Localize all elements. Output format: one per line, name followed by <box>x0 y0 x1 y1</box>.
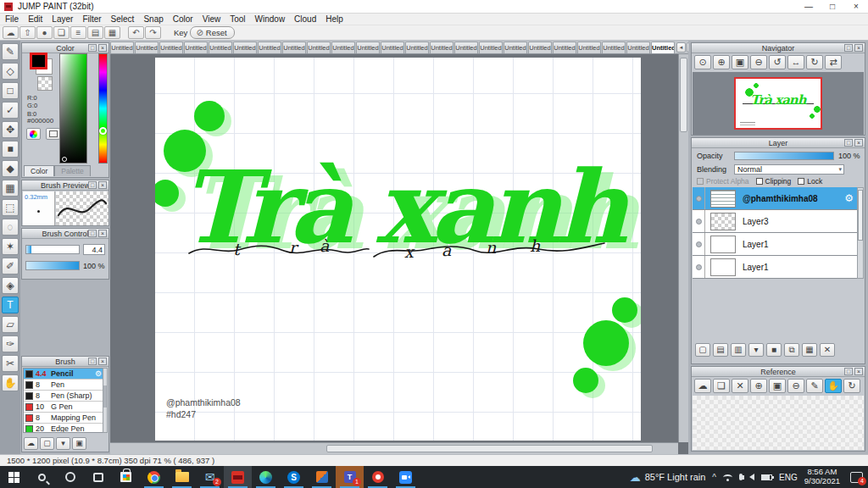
bucket-tool[interactable]: ◆ <box>2 160 19 177</box>
visibility-cell[interactable] <box>693 187 705 209</box>
balloon-icon[interactable]: ● <box>36 26 53 39</box>
taskbar-file-explorer[interactable] <box>168 466 196 488</box>
hand-tool[interactable]: ✋ <box>2 374 19 391</box>
lock-checkbox[interactable]: Lock <box>798 177 829 186</box>
vertical-scrollbar[interactable] <box>678 54 688 442</box>
layer-folder-icon[interactable]: ■ <box>766 343 782 357</box>
delete-layer-icon[interactable]: ✕ <box>820 343 835 357</box>
taskbar-meet[interactable] <box>364 466 392 488</box>
navigator-thumbnail[interactable]: Trà xanh <box>734 77 822 130</box>
open-folder-icon[interactable]: ❏ <box>713 379 730 393</box>
taskbar-search[interactable] <box>28 466 56 488</box>
layer-row[interactable]: Layer1 <box>693 233 859 256</box>
taskbar-skype[interactable]: S <box>280 466 308 488</box>
close-icon[interactable]: × <box>98 181 107 189</box>
brush-settings-icon[interactable]: ⚙ <box>95 369 102 378</box>
brush-size-value[interactable]: 4.4 <box>83 244 105 255</box>
brush-size-slider[interactable] <box>25 245 80 254</box>
menu-file[interactable]: File <box>5 14 19 24</box>
navigator-view[interactable]: Trà xanh <box>693 72 864 135</box>
fit-screen-icon[interactable]: ▣ <box>769 379 786 393</box>
zoom-in-icon[interactable]: ⊕ <box>750 379 767 393</box>
brush-item-pencil[interactable]: 4.4 Pencil ⚙ <box>24 369 103 380</box>
menu-help[interactable]: Help <box>326 14 343 24</box>
brush-list-scrollbar[interactable] <box>103 368 108 433</box>
key-label[interactable]: Key <box>174 28 187 37</box>
magic-wand-tool[interactable]: ✶ <box>2 238 19 255</box>
comment-icon[interactable]: ❏ <box>53 26 70 39</box>
notification-center-icon[interactable]: 4 <box>850 472 863 483</box>
document-tab[interactable]: Untitled <box>381 42 404 53</box>
document-tab[interactable]: Untitled <box>405 42 429 53</box>
document-tab[interactable]: Untitled <box>479 42 503 53</box>
new-brush-icon[interactable]: ▢ <box>40 437 54 450</box>
shape-brush-tool[interactable]: □ <box>2 82 19 99</box>
fit-screen-icon[interactable]: ▣ <box>732 55 748 69</box>
menu-color[interactable]: Color <box>173 14 193 24</box>
document-tab[interactable]: Untitled <box>110 42 134 53</box>
menu-tool[interactable]: Tool <box>230 14 245 24</box>
taskbar-zoom-app[interactable] <box>392 466 420 488</box>
taskbar-cortana[interactable] <box>56 466 84 488</box>
blending-select[interactable]: Normal ▾ <box>734 164 844 175</box>
rotate-ccw-icon[interactable]: ↺ <box>769 55 786 69</box>
visibility-cell[interactable] <box>693 233 705 255</box>
taskbar-task-view[interactable] <box>84 466 112 488</box>
reference-content[interactable] <box>693 396 864 450</box>
brush-item-edge-pen[interactable]: 20 Edge Pen <box>24 424 103 433</box>
redo-button[interactable]: ↷ <box>145 26 161 39</box>
add-layer-icon[interactable]: ▢ <box>695 343 710 357</box>
close-ref-icon[interactable]: ✕ <box>732 379 748 393</box>
menu-snap[interactable]: Snap <box>143 14 163 24</box>
clipping-checkbox[interactable]: Clipping <box>756 177 798 186</box>
popout-icon[interactable]: □ <box>88 230 97 237</box>
zoom-tool-icon[interactable]: ⊙ <box>694 55 711 69</box>
canvas-viewport[interactable]: Trà xanh t r à x a n h @phamthikimha08 #… <box>110 54 678 442</box>
select-eraser-tool[interactable]: ◈ <box>2 277 19 294</box>
menu-filter[interactable]: Filter <box>82 14 101 24</box>
document-tab[interactable]: Untitled <box>504 42 527 53</box>
brush-item-pen[interactable]: 8 Pen <box>24 380 103 391</box>
brush-script-icon[interactable]: ▣ <box>72 437 86 450</box>
close-icon[interactable]: × <box>854 368 863 375</box>
close-icon[interactable]: × <box>98 358 107 365</box>
brush-item-g-pen[interactable]: 10 G Pen <box>24 402 103 413</box>
undo-button[interactable]: ↶ <box>128 26 144 39</box>
popout-icon[interactable]: □ <box>88 358 97 365</box>
zoom-out-icon[interactable]: ⊖ <box>787 379 804 393</box>
merge-layer-icon[interactable]: ▦ <box>802 343 817 357</box>
layer-settings-icon[interactable]: ⚙ <box>844 192 854 204</box>
wifi-icon[interactable] <box>723 474 732 480</box>
document-tab[interactable]: Untitled <box>528 42 552 53</box>
menu-cloud[interactable]: Cloud <box>294 14 316 24</box>
close-button[interactable]: × <box>844 0 868 14</box>
popout-icon[interactable]: □ <box>844 44 853 52</box>
close-icon[interactable]: × <box>854 44 863 52</box>
taskbar-jump-paint[interactable] <box>224 466 252 488</box>
hue-slider[interactable] <box>98 53 108 164</box>
document-tab[interactable]: Untitled <box>651 42 675 53</box>
document-icon[interactable]: ≡ <box>70 26 86 39</box>
document-tab[interactable]: Untitled <box>209 42 232 53</box>
maximize-button[interactable]: □ <box>821 0 844 14</box>
save-brush-icon[interactable]: ▾ <box>56 437 70 450</box>
transparent-swatch[interactable] <box>37 76 53 91</box>
duplicate-layer-icon[interactable]: ⧉ <box>784 343 799 357</box>
battery-icon[interactable] <box>761 474 772 480</box>
minimize-button[interactable]: — <box>797 0 821 14</box>
screen-color-button[interactable] <box>46 128 60 140</box>
select-rect-tool[interactable]: ⬚ <box>2 199 19 216</box>
cloud-download-icon[interactable]: ☁ <box>24 437 38 450</box>
add-1bit-layer-icon[interactable]: ▥ <box>731 343 746 357</box>
document-tab[interactable]: Untitled <box>135 42 159 53</box>
reset-view-icon[interactable]: ↔ <box>787 55 804 69</box>
saturation-value-picker[interactable] <box>59 53 87 164</box>
visibility-cell[interactable] <box>693 256 705 278</box>
menu-view[interactable]: View <box>203 14 221 24</box>
popout-icon[interactable]: □ <box>844 368 853 375</box>
panel-layout-icon[interactable]: ▤ <box>87 26 103 39</box>
popout-icon[interactable]: □ <box>844 139 853 147</box>
rotate-icon[interactable]: ↻ <box>843 379 860 393</box>
cloud-icon[interactable]: ☁ <box>694 379 711 393</box>
color-grid-icon[interactable]: ▦ <box>104 26 120 39</box>
